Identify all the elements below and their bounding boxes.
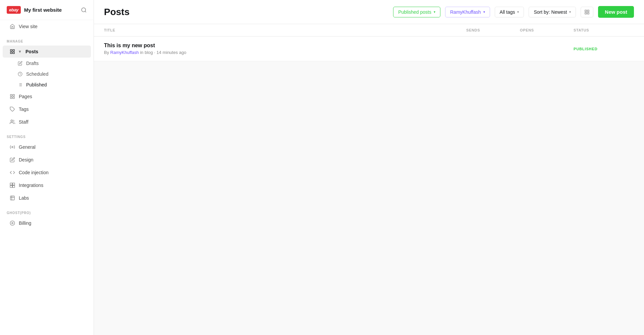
sidebar-item-labs[interactable]: Labs xyxy=(3,192,91,204)
new-post-button[interactable]: New post xyxy=(598,6,634,18)
staff-icon xyxy=(9,119,15,125)
billing-icon xyxy=(9,220,15,226)
svg-rect-23 xyxy=(10,186,12,188)
svg-rect-16 xyxy=(10,97,12,98)
code-injection-icon xyxy=(9,170,15,176)
sidebar: ebay My first website View site MANAGE ▾… xyxy=(0,0,94,335)
chevron-down-icon: ▾ xyxy=(434,10,435,14)
sort-label: Sort by: Newest xyxy=(534,9,567,15)
sidebar-item-label: Pages xyxy=(19,94,32,99)
svg-point-19 xyxy=(12,146,13,148)
col-status: STATUS xyxy=(574,28,634,32)
svg-rect-3 xyxy=(13,50,14,51)
svg-rect-15 xyxy=(13,97,14,98)
col-sends: SENDS xyxy=(466,28,520,32)
svg-rect-4 xyxy=(13,52,14,54)
chevron-down-icon: ▾ xyxy=(569,10,571,14)
sidebar-item-label: Labs xyxy=(19,195,29,201)
post-meta: By RamyKhuffash in blog · 14 minutes ago xyxy=(104,50,466,55)
svg-rect-14 xyxy=(13,94,14,96)
sidebar-item-billing[interactable]: Billing xyxy=(3,217,91,229)
sidebar-item-code-injection[interactable]: Code injection xyxy=(3,166,91,179)
sidebar-item-drafts[interactable]: Drafts xyxy=(3,58,91,68)
post-category: blog xyxy=(145,50,153,55)
sidebar-item-label: Integrations xyxy=(19,183,43,188)
svg-point-24 xyxy=(10,221,14,225)
svg-rect-20 xyxy=(10,183,12,185)
brand-header: ebay My first website xyxy=(0,0,94,20)
view-toggle-button[interactable] xyxy=(581,7,593,17)
sidebar-item-label: Drafts xyxy=(26,61,39,66)
svg-rect-22 xyxy=(13,186,15,188)
post-info: This is my new post By RamyKhuffash in b… xyxy=(104,43,466,55)
sidebar-item-pages[interactable]: Pages xyxy=(3,90,91,103)
tags-label: All tags xyxy=(500,9,515,15)
ghost-pro-section-label: GHOST(PRO) xyxy=(0,204,94,217)
manage-section-label: MANAGE xyxy=(0,33,94,45)
design-icon xyxy=(9,157,15,163)
sidebar-item-view-site[interactable]: View site xyxy=(3,20,91,32)
post-author[interactable]: RamyKhuffash xyxy=(110,50,139,55)
table-header: TITLE SENDS OPENS STATUS xyxy=(94,24,644,37)
labs-icon xyxy=(9,195,15,201)
drafts-icon xyxy=(17,61,23,66)
svg-rect-21 xyxy=(13,183,15,185)
posts-icon xyxy=(9,49,15,55)
posts-table: TITLE SENDS OPENS STATUS This is my new … xyxy=(94,24,644,335)
sidebar-item-scheduled[interactable]: Scheduled xyxy=(3,69,91,79)
sidebar-item-label: Published xyxy=(26,82,47,87)
site-name: My first website xyxy=(24,7,62,13)
sidebar-item-general[interactable]: General xyxy=(3,141,91,153)
author-filter[interactable]: RamyKhuffash ▾ xyxy=(445,7,490,17)
sidebar-item-label: Scheduled xyxy=(26,71,48,77)
settings-section-label: SETTINGS xyxy=(0,128,94,141)
sidebar-item-design[interactable]: Design xyxy=(3,154,91,166)
pages-icon xyxy=(9,93,15,99)
sidebar-item-label: Code injection xyxy=(19,170,49,175)
ebay-logo: ebay xyxy=(7,6,21,14)
svg-point-18 xyxy=(11,120,12,122)
sidebar-item-label: Staff xyxy=(19,119,29,125)
sidebar-item-published[interactable]: Published xyxy=(3,80,91,90)
svg-rect-13 xyxy=(10,94,12,96)
chevron-down-icon: ▾ xyxy=(483,10,485,14)
status-badge: PUBLISHED xyxy=(574,47,634,51)
published-posts-filter[interactable]: Published posts ▾ xyxy=(393,7,440,17)
sidebar-item-label: View site xyxy=(19,24,38,29)
page-title: Posts xyxy=(104,7,388,17)
col-opens: OPENS xyxy=(520,28,574,32)
sidebar-item-label: Design xyxy=(19,157,34,162)
tags-icon xyxy=(9,106,15,112)
sidebar-item-label: Billing xyxy=(19,220,31,226)
svg-rect-5 xyxy=(10,52,12,54)
svg-rect-28 xyxy=(588,12,589,14)
published-icon xyxy=(17,82,23,87)
svg-rect-26 xyxy=(585,10,587,12)
sort-filter[interactable]: Sort by: Newest ▾ xyxy=(529,7,576,17)
svg-line-1 xyxy=(85,11,86,12)
svg-rect-27 xyxy=(588,10,589,12)
svg-rect-2 xyxy=(10,50,12,51)
search-button[interactable] xyxy=(81,7,87,13)
sidebar-item-tags[interactable]: Tags xyxy=(3,103,91,115)
main-content: Posts Published posts ▾ RamyKhuffash ▾ A… xyxy=(94,0,644,335)
svg-point-25 xyxy=(12,222,13,224)
tags-filter[interactable]: All tags ▾ xyxy=(495,7,524,17)
sidebar-item-integrations[interactable]: Integrations xyxy=(3,179,91,191)
home-icon xyxy=(9,23,15,29)
general-icon xyxy=(9,144,15,150)
table-row[interactable]: This is my new post By RamyKhuffash in b… xyxy=(94,37,644,61)
post-time: 14 minutes ago xyxy=(157,50,186,55)
sidebar-item-posts[interactable]: ▾ Posts xyxy=(3,46,91,58)
posts-expand-icon: ▾ xyxy=(19,49,21,54)
sidebar-item-staff[interactable]: Staff xyxy=(3,116,91,128)
integrations-icon xyxy=(9,182,15,188)
chevron-down-icon: ▾ xyxy=(517,10,519,14)
post-title: This is my new post xyxy=(104,43,466,49)
sidebar-item-label: Posts xyxy=(25,49,38,54)
col-title: TITLE xyxy=(104,28,466,32)
svg-rect-29 xyxy=(585,12,587,14)
sidebar-item-label: General xyxy=(19,144,36,150)
sidebar-item-label: Tags xyxy=(19,107,29,112)
author-label: RamyKhuffash xyxy=(450,9,481,15)
